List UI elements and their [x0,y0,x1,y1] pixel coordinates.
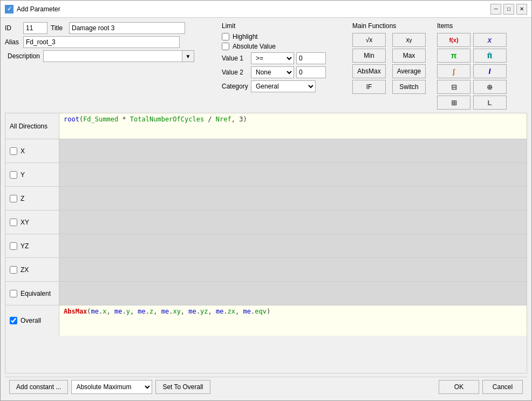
id-title-row: ID Title [5,22,215,34]
title-input[interactable] [69,22,185,34]
value1-op-select[interactable]: >= <= > < = [251,52,294,64]
highlight-checkbox[interactable] [222,33,229,40]
equivalent-content[interactable] [59,282,527,305]
table-btn[interactable]: ⊞ [437,96,470,110]
all-directions-content[interactable]: root(Fd_Summed * TotalNumberOfCycles / N… [59,113,527,139]
max-btn[interactable]: Max [392,49,426,63]
z-checkbox[interactable] [10,195,17,202]
limit-section: Limit Highlight Absolute Value Value 1 >… [222,22,346,92]
main-functions-section: Main Functions √x xy Min Max AbsMax Aver… [352,22,431,94]
cursor-btn[interactable]: I [473,64,507,78]
overall-formula: AbsMax(me.x, me.y, me.z, me.xy, me.yz, m… [62,307,272,316]
zx-label-cell: ZX [5,258,59,281]
min-btn[interactable]: Min [352,49,386,63]
items-section: Items f(x) x π π̃ ∫ I ⊟ ⊕ ⊞ L [437,22,507,110]
yz-checkbox[interactable] [10,242,17,250]
zx-row: ZX [5,258,527,282]
category-row: Category General [222,80,346,92]
xy-label-cell: XY [5,210,59,234]
value1-num-input[interactable] [296,52,326,64]
cancel-button[interactable]: Cancel [482,380,523,394]
value2-num-input[interactable] [296,66,326,78]
y-label: Y [21,171,25,179]
overall-label-cell: Overall [5,305,59,336]
overall-label: Overall [21,317,41,324]
bottom-left: Add constant ... Absolute Maximum Minimu… [9,380,210,394]
z-content[interactable] [59,187,527,210]
l-btn[interactable]: L [473,96,507,110]
highlight-label: Highlight [233,33,258,40]
screen-btn[interactable]: ⊟ [437,80,470,94]
x-label: X [21,147,25,155]
power-btn[interactable]: xy [392,33,426,47]
main-functions-grid: √x xy Min Max AbsMax Average IF Switch [352,33,431,94]
value1-label: Value 1 [222,55,249,62]
maximize-button[interactable]: □ [503,4,514,15]
sqrt-btn[interactable]: √x [352,33,386,47]
zx-content[interactable] [59,258,527,281]
title-bar: ✓ Add Parameter ─ □ ✕ [1,1,531,18]
x-checkbox[interactable] [10,147,17,155]
description-combo: ▼ [43,50,194,62]
y-label-cell: Y [5,163,59,186]
title-controls: ─ □ ✕ [490,4,527,15]
pi-btn[interactable]: π [437,49,470,63]
absolute-value-label: Absolute Value [233,43,276,50]
absolute-value-checkbox[interactable] [222,43,229,50]
branch-btn[interactable]: ⊕ [473,80,507,94]
value2-op-select[interactable]: None >= <= > < = [251,66,294,78]
y-content[interactable] [59,163,527,186]
overall-checkbox[interactable] [10,317,17,324]
all-directions-row: All Directions root(Fd_Summed * TotalNum… [5,113,527,139]
absmax-btn[interactable]: AbsMax [352,64,386,78]
fx-btn[interactable]: f(x) [437,33,470,47]
id-label: ID [5,24,20,32]
z-row: Z [5,187,527,210]
add-constant-button[interactable]: Add constant ... [9,380,68,394]
description-row: Description ▼ [5,50,215,62]
equivalent-label: Equivalent [21,290,51,297]
close-button[interactable]: ✕ [516,4,527,15]
zx-checkbox[interactable] [10,266,17,274]
id-input[interactable] [23,22,47,34]
x-row: X [5,139,527,163]
limit-header: Limit [222,22,346,30]
pi-teal-btn[interactable]: π̃ [473,49,507,63]
xy-checkbox[interactable] [10,219,17,226]
yz-label: YZ [21,242,29,250]
add-parameter-window: ✓ Add Parameter ─ □ ✕ ID Title Alias [0,0,532,401]
y-checkbox[interactable] [10,171,17,179]
ok-button[interactable]: OK [439,380,479,394]
set-to-overall-button[interactable]: Set To Overall [155,380,210,394]
equivalent-row: Equivalent [5,282,527,305]
minimize-button[interactable]: ─ [490,4,501,15]
direction-table: All Directions root(Fd_Summed * TotalNum… [5,113,527,373]
description-input[interactable] [43,50,182,62]
alias-input[interactable] [23,36,180,48]
overall-content[interactable]: AbsMax(me.x, me.y, me.z, me.xy, me.yz, m… [59,305,527,336]
category-select[interactable]: General [251,80,316,92]
z-label: Z [21,195,24,202]
yz-label-cell: YZ [5,234,59,257]
yz-row: YZ [5,234,527,258]
equivalent-checkbox[interactable] [10,290,17,297]
xy-label: XY [21,219,29,226]
left-fields: ID Title Alias Description ▼ [5,22,215,62]
x-btn[interactable]: x [473,33,507,47]
bottom-dropdown-select[interactable]: Absolute Maximum Minimum Maximum Average [71,380,152,394]
if-btn[interactable]: IF [352,80,386,94]
x-content[interactable] [59,139,527,162]
xy-content[interactable] [59,210,527,234]
title-bar-left: ✓ Add Parameter [5,5,60,13]
switch-btn[interactable]: Switch [392,80,426,94]
integral-btn[interactable]: ∫ [437,64,470,78]
yz-content[interactable] [59,234,527,257]
value2-row: Value 2 None >= <= > < = [222,66,346,78]
z-label-cell: Z [5,187,59,210]
category-label: Category [222,83,249,90]
all-directions-label-cell: All Directions [5,113,59,139]
alias-label: Alias [5,38,20,46]
description-dropdown-btn[interactable]: ▼ [182,50,194,62]
x-label-cell: X [5,139,59,162]
average-btn[interactable]: Average [392,64,426,78]
